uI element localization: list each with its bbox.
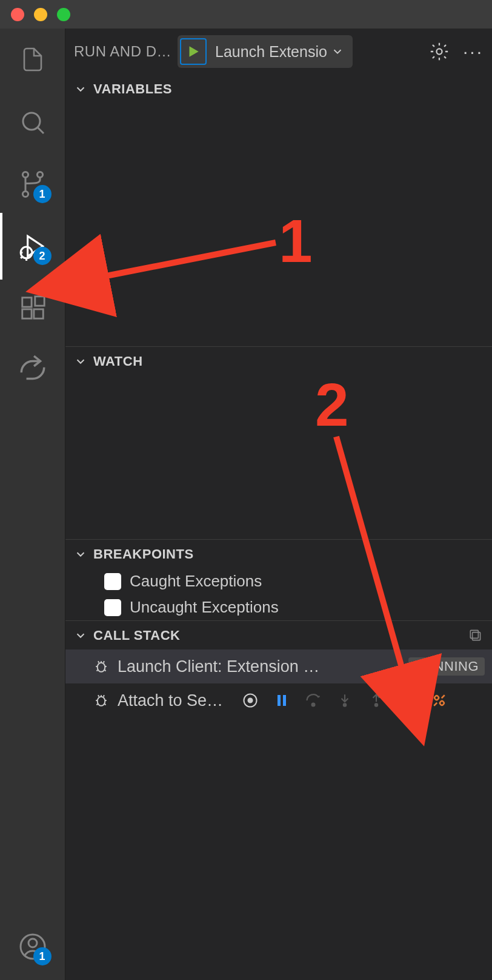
svg-point-28 xyxy=(375,703,377,706)
step-into-icon xyxy=(337,693,353,708)
svg-point-21 xyxy=(98,697,105,706)
step-out-icon xyxy=(368,693,384,708)
search-tab[interactable] xyxy=(18,107,48,138)
section-title: WATCH xyxy=(93,354,143,369)
breakpoints-section-header[interactable]: BREAKPOINTS xyxy=(65,539,492,568)
svg-point-27 xyxy=(344,703,346,706)
step-into-button[interactable] xyxy=(334,690,355,711)
watch-body xyxy=(65,375,492,539)
section-title: BREAKPOINTS xyxy=(93,546,194,562)
chevron-down-icon xyxy=(331,45,344,58)
activity-bar: 1 2 1 xyxy=(0,29,65,980)
share-icon xyxy=(18,355,48,385)
section-title: CALL STACK xyxy=(93,628,181,643)
account-badge: 1 xyxy=(33,947,52,965)
svg-line-9 xyxy=(21,257,22,258)
explorer-tab[interactable] xyxy=(18,45,48,76)
debug-badge: 2 xyxy=(33,247,52,265)
svg-point-17 xyxy=(436,49,442,54)
svg-marker-16 xyxy=(190,46,199,56)
callstack-item[interactable]: Launch Client: Extension … RUNNING xyxy=(65,649,492,683)
variables-section-header[interactable]: VARIABLES xyxy=(65,75,492,104)
pause-icon xyxy=(274,693,289,708)
chevron-down-icon xyxy=(74,355,87,368)
svg-rect-29 xyxy=(434,695,439,700)
play-icon xyxy=(185,44,201,59)
svg-point-26 xyxy=(312,703,315,706)
chevron-down-icon xyxy=(74,82,87,96)
variables-body xyxy=(65,104,492,346)
minimize-window-button[interactable] xyxy=(34,8,47,21)
chevron-down-icon xyxy=(74,548,87,561)
svg-rect-19 xyxy=(470,630,478,638)
disconnect-button[interactable] xyxy=(429,690,450,711)
record-icon xyxy=(242,692,259,709)
breakpoints-body: Caught Exceptions Uncaught Exceptions xyxy=(65,568,492,620)
debug-sidebar: RUN AND D… Launch Extensio ··· VARIABL xyxy=(65,29,492,980)
step-over-button[interactable] xyxy=(303,690,324,711)
svg-line-1 xyxy=(38,127,44,133)
pause-button[interactable] xyxy=(271,690,292,711)
files-icon xyxy=(18,46,47,75)
collapse-all-icon[interactable] xyxy=(468,628,484,643)
svg-point-15 xyxy=(28,939,37,947)
scm-badge: 1 xyxy=(33,185,52,203)
record-button[interactable] xyxy=(240,690,261,711)
fullscreen-window-button[interactable] xyxy=(57,8,70,21)
launch-config-label: Launch Extensio xyxy=(215,43,327,61)
panel-title: RUN AND D… xyxy=(74,43,171,60)
svg-point-3 xyxy=(37,172,42,177)
search-icon xyxy=(18,108,47,137)
svg-point-4 xyxy=(22,191,28,196)
restart-icon xyxy=(399,692,416,709)
step-over-icon xyxy=(305,692,322,709)
gear-icon xyxy=(429,41,450,62)
section-title: VARIABLES xyxy=(93,81,172,97)
restart-button[interactable] xyxy=(397,690,418,711)
svg-point-20 xyxy=(98,663,105,672)
bug-icon xyxy=(92,691,110,710)
source-control-tab[interactable]: 1 xyxy=(18,169,48,200)
launch-config-select[interactable]: Launch Extensio xyxy=(207,43,350,61)
svg-rect-12 xyxy=(33,309,42,318)
svg-rect-24 xyxy=(278,695,281,706)
svg-rect-30 xyxy=(439,700,445,706)
extensions-tab[interactable] xyxy=(18,293,48,323)
more-actions-button[interactable]: ··· xyxy=(463,41,484,62)
debug-settings-button[interactable] xyxy=(429,41,450,62)
callstack-body: Launch Client: Extension … RUNNING Attac… xyxy=(65,649,492,717)
checkbox[interactable] xyxy=(104,599,121,616)
sidebar-header: RUN AND D… Launch Extensio ··· xyxy=(65,29,492,75)
title-bar xyxy=(0,0,492,29)
checkbox[interactable] xyxy=(104,573,121,590)
breakpoint-item[interactable]: Caught Exceptions xyxy=(65,568,492,594)
watch-section-header[interactable]: WATCH xyxy=(65,346,492,375)
callstack-item[interactable]: Attach to Se… xyxy=(65,683,492,717)
step-out-button[interactable] xyxy=(366,690,387,711)
svg-point-0 xyxy=(23,113,40,130)
breakpoint-label: Caught Exceptions xyxy=(130,572,262,591)
status-badge: RUNNING xyxy=(408,657,485,676)
breakpoint-item[interactable]: Uncaught Exceptions xyxy=(65,594,492,620)
accounts-button[interactable]: 1 xyxy=(18,931,48,962)
svg-point-2 xyxy=(22,172,28,177)
chevron-down-icon xyxy=(74,629,87,642)
run-debug-tab[interactable]: 2 xyxy=(18,231,48,261)
bug-icon xyxy=(92,657,110,676)
svg-rect-10 xyxy=(22,298,31,307)
live-share-tab[interactable] xyxy=(18,355,48,385)
close-window-button[interactable] xyxy=(11,8,24,21)
extensions-icon xyxy=(19,294,47,322)
start-debug-button[interactable] xyxy=(180,38,207,65)
callstack-label: Attach to Se… xyxy=(118,691,233,710)
breakpoint-label: Uncaught Exceptions xyxy=(130,598,279,617)
disconnect-icon xyxy=(430,691,448,710)
svg-rect-11 xyxy=(22,309,31,318)
callstack-label: Launch Client: Extension … xyxy=(118,657,401,676)
svg-rect-25 xyxy=(283,695,286,706)
svg-point-23 xyxy=(248,699,253,703)
callstack-section-header[interactable]: CALL STACK xyxy=(65,620,492,649)
svg-rect-13 xyxy=(35,297,44,306)
svg-rect-18 xyxy=(473,632,480,640)
